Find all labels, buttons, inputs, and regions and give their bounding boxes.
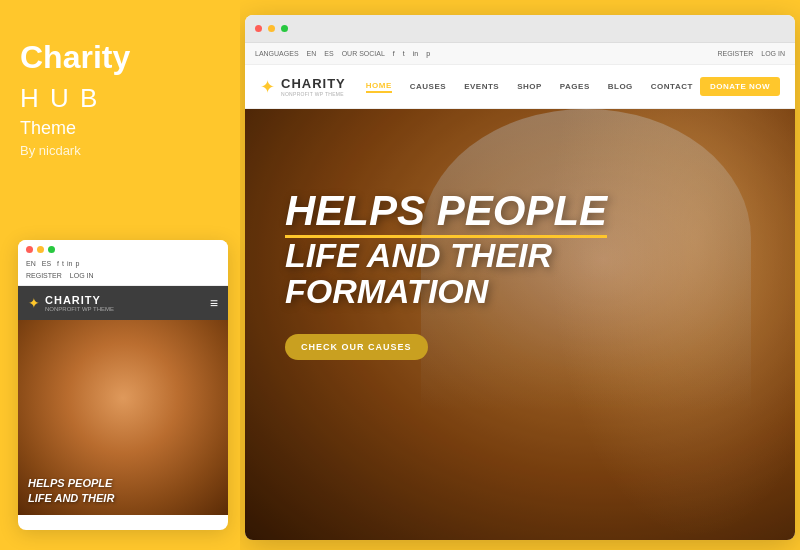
twitter-icon: t [62, 260, 64, 267]
login-link[interactable]: LOG IN [761, 50, 785, 57]
navbar-logo-text: CHARITY [281, 76, 346, 91]
nav-shop[interactable]: SHOP [517, 82, 542, 91]
navbar-logo-icon: ✦ [260, 76, 275, 98]
navbar-nav: HOME CAUSES EVENTS SHOP PAGES BLOG CONTA… [366, 81, 700, 93]
mobile-register[interactable]: REGISTER [26, 272, 62, 279]
titlebar-dot-yellow[interactable] [268, 25, 275, 32]
titlebar-dot-red[interactable] [255, 25, 262, 32]
our-social-label: OUR SOCIAL [342, 50, 385, 57]
theme-title-line2: H U B [20, 83, 220, 114]
mobile-lang-en: EN [26, 260, 36, 267]
titlebar-dot-green[interactable] [281, 25, 288, 32]
mobile-logo-area: ✦ CHARITY NONPROFIT WP THEME [28, 294, 114, 312]
mobile-window-dots [26, 246, 220, 253]
theme-title-line1: Charity [20, 40, 220, 75]
theme-author: By nicdark [20, 143, 220, 158]
nav-contact[interactable]: CONTACT [651, 82, 693, 91]
mobile-auth-row: REGISTER LOG IN [26, 272, 220, 279]
hero-content: HELPS PEOPLE LIFE AND THEIR FORMATION CH… [285, 189, 607, 360]
dot-yellow [37, 246, 44, 253]
donate-button[interactable]: DONATE NOW [700, 77, 780, 96]
dot-green [48, 246, 55, 253]
hero-line3: FORMATION [285, 274, 607, 310]
nav-home[interactable]: HOME [366, 81, 392, 93]
hero-line2: LIFE AND THEIR [285, 238, 607, 274]
nav-pages[interactable]: PAGES [560, 82, 590, 91]
dot-red [26, 246, 33, 253]
hamburger-icon[interactable]: ≡ [210, 295, 218, 311]
twitter-icon[interactable]: t [403, 50, 405, 57]
linkedin-icon: in [67, 260, 72, 267]
languages-label[interactable]: LANGUAGES [255, 50, 299, 57]
top-bar-left: LANGUAGES EN ES OUR SOCIAL f t in p [255, 50, 430, 57]
mobile-mockup: EN ES f t in p REGISTER LOG IN ✦ CHARITY… [18, 240, 228, 530]
mobile-logo-icon: ✦ [28, 295, 40, 311]
navbar-logo-sub: NONPROFIT WP THEME [281, 91, 346, 97]
mobile-top-links: EN ES f t in p [26, 258, 220, 269]
facebook-icon: f [57, 260, 59, 267]
lang-en[interactable]: EN [307, 50, 317, 57]
nav-causes[interactable]: CAUSES [410, 82, 446, 91]
lang-es[interactable]: ES [324, 50, 333, 57]
desktop-navbar: ✦ CHARITY NONPROFIT WP THEME HOME CAUSES… [245, 65, 795, 109]
mobile-hero: HELPS PEOPLELIFE AND THEIR [18, 320, 228, 515]
pinterest-icon: p [75, 260, 79, 267]
mobile-header: ✦ CHARITY NONPROFIT WP THEME ≡ [18, 286, 228, 320]
mobile-login[interactable]: LOG IN [70, 272, 94, 279]
mobile-social-icons: f t in p [57, 260, 79, 267]
hero-line1: HELPS PEOPLE [285, 189, 607, 238]
mobile-logo-sub: NONPROFIT WP THEME [45, 306, 114, 312]
desktop-titlebar [245, 15, 795, 43]
register-link[interactable]: REGISTER [717, 50, 753, 57]
linkedin-icon[interactable]: in [413, 50, 418, 57]
desktop-hero: HELPS PEOPLE LIFE AND THEIR FORMATION CH… [245, 109, 795, 540]
nav-blog[interactable]: BLOG [608, 82, 633, 91]
nav-events[interactable]: EVENTS [464, 82, 499, 91]
theme-label: Theme [20, 118, 220, 139]
desktop-top-bar: LANGUAGES EN ES OUR SOCIAL f t in p REGI… [245, 43, 795, 65]
facebook-icon[interactable]: f [393, 50, 395, 57]
mobile-hero-text: HELPS PEOPLELIFE AND THEIR [28, 476, 114, 505]
left-panel: Charity H U B Theme By nicdark EN ES f t… [0, 0, 240, 550]
mobile-logo-text: CHARITY [45, 294, 114, 306]
mobile-lang-es: ES [42, 260, 51, 267]
pinterest-icon[interactable]: p [426, 50, 430, 57]
navbar-logo: ✦ CHARITY NONPROFIT WP THEME [260, 76, 346, 98]
mobile-topbar: EN ES f t in p REGISTER LOG IN [18, 240, 228, 286]
hero-cta-button[interactable]: CHECK OUR CAUSES [285, 334, 428, 360]
top-bar-right: REGISTER LOG IN [717, 50, 785, 57]
desktop-mockup: LANGUAGES EN ES OUR SOCIAL f t in p REGI… [245, 15, 795, 540]
